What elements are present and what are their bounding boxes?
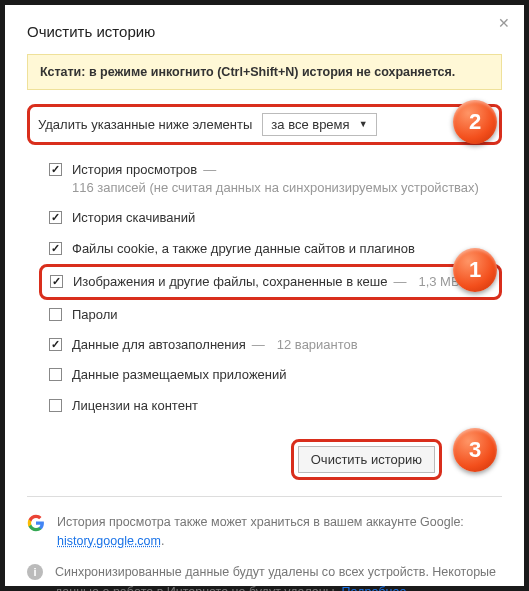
annotation-badge-3: 3 xyxy=(453,428,497,472)
time-range-value: за все время xyxy=(271,117,349,132)
option-label: Изображения и другие файлы, сохраненные … xyxy=(73,273,387,291)
clear-button-highlight: Очистить историю xyxy=(291,439,442,480)
option-hosted: Данные размещаемых приложений xyxy=(49,360,502,390)
checkbox-cache[interactable] xyxy=(50,275,63,288)
option-licenses: Лицензии на контент xyxy=(49,391,502,421)
option-cookies: Файлы cookie, а также другие данные сайт… xyxy=(49,234,502,264)
sync-note-text: Синхронизированные данные будут удалены … xyxy=(55,563,502,591)
clear-history-dialog: ✕ Очистить историю Кстати: в режиме инко… xyxy=(5,5,524,586)
learn-more-link[interactable]: Подробнее... xyxy=(342,585,417,591)
history-google-link[interactable]: history.google.com xyxy=(57,534,161,548)
option-label: История просмотров xyxy=(72,161,197,179)
checkbox-history[interactable] xyxy=(49,163,62,176)
time-range-label: Удалить указанные ниже элементы xyxy=(38,117,252,132)
option-label: Данные размещаемых приложений xyxy=(72,366,287,384)
google-note-text: История просмотра также может храниться … xyxy=(57,513,502,552)
option-label: Файлы cookie, а также другие данные сайт… xyxy=(72,240,415,258)
info-icon: i xyxy=(27,564,43,580)
option-label: Лицензии на контент xyxy=(72,397,198,415)
option-label: Пароли xyxy=(72,306,118,324)
option-downloads: История скачиваний xyxy=(49,203,502,233)
time-range-select[interactable]: за все время xyxy=(262,113,376,136)
option-autofill: Данные для автозаполнения — 12 вариантов xyxy=(49,330,502,360)
dialog-buttons: Очистить историю xyxy=(27,439,502,480)
option-label: История скачиваний xyxy=(72,209,195,227)
checkbox-autofill[interactable] xyxy=(49,338,62,351)
incognito-banner: Кстати: в режиме инкогнито (Ctrl+Shift+N… xyxy=(27,54,502,90)
time-range-row: Удалить указанные ниже элементы за все в… xyxy=(27,104,502,145)
option-label: Данные для автозаполнения xyxy=(72,336,246,354)
annotation-badge-2: 2 xyxy=(453,100,497,144)
google-logo-icon xyxy=(27,514,45,532)
banner-text: Кстати: в режиме инкогнито (Ctrl+Shift+N… xyxy=(40,65,455,79)
checkbox-downloads[interactable] xyxy=(49,211,62,224)
sync-note-row: i Синхронизированные данные будут удален… xyxy=(27,563,502,591)
clear-history-button[interactable]: Очистить историю xyxy=(298,446,435,473)
checkbox-cookies[interactable] xyxy=(49,242,62,255)
option-desc: 116 записей (не считая данных на синхрон… xyxy=(72,179,479,197)
annotation-badge-1: 1 xyxy=(453,248,497,292)
options-list: История просмотров — 116 записей (не счи… xyxy=(27,155,502,421)
checkbox-hosted[interactable] xyxy=(49,368,62,381)
option-passwords: Пароли xyxy=(49,300,502,330)
checkbox-licenses[interactable] xyxy=(49,399,62,412)
checkbox-passwords[interactable] xyxy=(49,308,62,321)
option-desc: 12 вариантов xyxy=(277,336,358,354)
option-history: История просмотров — 116 записей (не счи… xyxy=(49,155,502,203)
close-icon[interactable]: ✕ xyxy=(498,15,510,31)
google-note-row: История просмотра также может храниться … xyxy=(27,513,502,552)
option-cache: Изображения и другие файлы, сохраненные … xyxy=(39,264,502,300)
dialog-title: Очистить историю xyxy=(27,23,502,40)
dialog-footer: История просмотра также может храниться … xyxy=(27,496,502,591)
